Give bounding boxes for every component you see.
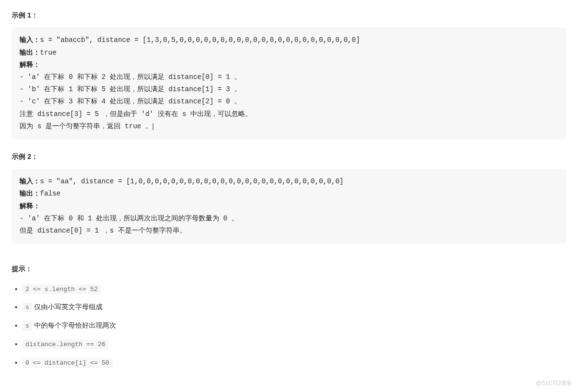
hint-item: 0 <= distance[i] <= 50 [22,357,566,369]
hint-text: 中的每个字母恰好出现两次 [32,321,116,329]
hint-item: s 中的每个字母恰好出现两次 [22,320,566,332]
example-1-block: 输入：s = "abaccb", distance = [1,3,0,5,0,0… [12,27,566,139]
hint-item: distance.length == 26 [22,338,566,350]
output-label: 输出： [20,49,40,57]
explain-line: - 'b' 在下标 1 和下标 5 处出现，所以满足 distance[1] =… [20,85,241,93]
explain-line: 注意 distance[3] = 5 ，但是由于 'd' 没有在 s 中出现，可… [20,110,252,118]
hint-code: s [22,321,32,331]
watermark: @51CTO博客 [536,379,572,385]
input-label: 输入： [20,36,40,44]
output-label: 输出： [20,190,40,197]
hint-item: s 仅由小写英文字母组成 [22,301,566,313]
explain-label: 解释： [20,202,40,210]
hint-code: 2 <= s.length <= 52 [22,285,101,294]
explain-line: - 'a' 在下标 0 和 1 处出现，所以两次出现之间的字母数量为 0 。 [20,215,238,222]
explain-label: 解释： [20,61,40,69]
hints-list: 2 <= s.length <= 52 s 仅由小写英文字母组成 s 中的每个字… [12,283,566,369]
input-value: s = "abaccb", distance = [1,3,0,5,0,0,0,… [40,36,360,44]
text-cursor [153,123,153,130]
explain-line: 因为 s 是一个匀整字符串，返回 true 。 [20,122,152,130]
explain-line: 但是 distance[0] = 1 ，s 不是一个匀整字符串。 [20,227,186,235]
hint-code: s [22,303,32,312]
hint-item: 2 <= s.length <= 52 [22,283,566,295]
input-value: s = "aa", distance = [1,0,0,0,0,0,0,0,0,… [40,177,344,185]
hint-code: 0 <= distance[i] <= 50 [22,358,112,368]
explain-line: - 'c' 在下标 3 和下标 4 处出现，所以满足 distance[2] =… [20,98,241,105]
input-label: 输入： [20,177,40,185]
explain-line: - 'a' 在下标 0 和下标 2 处出现，所以满足 distance[0] =… [20,73,241,81]
output-value: true [40,49,57,57]
hints-title: 提示： [12,263,566,274]
output-value: false [40,190,61,197]
example-1-title: 示例 1： [12,10,566,20]
hint-code: distance.length == 26 [22,340,108,349]
example-2-block: 输入：s = "aa", distance = [1,0,0,0,0,0,0,0… [12,169,566,244]
example-2-title: 示例 2： [12,151,566,162]
hint-text: 仅由小写英文字母组成 [32,303,103,311]
